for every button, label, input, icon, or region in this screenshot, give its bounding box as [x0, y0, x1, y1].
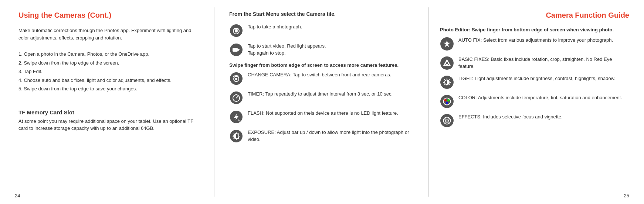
svg-point-46: [444, 99, 447, 101]
page-num-right: 25: [624, 193, 629, 198]
effects-text: EFFECTS: Includes selective focus and vi…: [458, 114, 563, 121]
color-text: COLOR: Adjustments include temperature, …: [458, 94, 622, 101]
svg-text:A: A: [238, 119, 240, 122]
basic-fixes-item: BASIC FIXES: Basic fixes include rotatio…: [440, 56, 629, 70]
light-text: LIGHT: Light adjustments include brightn…: [458, 75, 616, 82]
steps-list: 1. Open a photo in the Camera, Photos, o…: [18, 51, 199, 93]
color-icon: [440, 94, 454, 108]
video-tap-text: Tap to start video. Red light appears.Ta…: [248, 43, 326, 57]
svg-point-44: [440, 95, 454, 108]
color-item: COLOR: Adjustments include temperature, …: [440, 94, 629, 108]
step-3: 3. Tap Edit.: [18, 68, 199, 75]
step-5: 5. Swipe down from the top edge to save …: [18, 85, 199, 93]
camera-icon: [229, 24, 243, 38]
svg-point-47: [447, 99, 450, 101]
left-column: Using the Cameras (Cont.) Make automatic…: [0, 7, 214, 197]
video-tap-item: Tap to start video. Red light appears.Ta…: [229, 43, 417, 57]
change-camera-text: CHANGE CAMERA: Tap to switch between fro…: [248, 72, 391, 79]
left-intro: Make automatic corrections through the P…: [18, 27, 199, 41]
svg-line-41: [449, 84, 450, 85]
photo-editor-label: Photo Editor: Swipe finger from bottom e…: [440, 27, 629, 32]
light-item: LIGHT: Light adjustments include brightn…: [440, 75, 629, 89]
flash-icon: A: [229, 110, 243, 124]
step-2: 2. Swipe down from the top edge of the s…: [18, 59, 199, 67]
basic-fixes-text: BASIC FIXES: Basic fixes include rotatio…: [458, 56, 629, 70]
switch-camera-icon: [229, 72, 243, 86]
right-column: Camera Function Guide Photo Editor: Swip…: [429, 7, 644, 197]
auto-fix-text: AUTO FIX: Select from various adjustment…: [458, 37, 613, 44]
svg-line-42: [449, 80, 450, 80]
auto-fix-item: AUTO FIX: Select from various adjustment…: [440, 37, 629, 51]
tf-card-title: TF Memory Card Slot: [18, 109, 199, 115]
light-icon: [440, 75, 454, 89]
video-icon: [229, 43, 243, 57]
swipe-label: Swipe finger from bottom edge of screen …: [229, 62, 417, 68]
svg-line-43: [444, 84, 445, 85]
camera-tap-item: Tap to take a photograph.: [229, 24, 417, 38]
step-4: 4. Choose auto and basic fixes, light an…: [18, 77, 199, 84]
flash-item: A FLASH: Not supported on theis device a…: [229, 110, 417, 124]
auto-fix-icon: [440, 37, 454, 51]
mid-column: From the Start Menu select the Camera ti…: [214, 7, 429, 197]
change-camera-item: CHANGE CAMERA: Tap to switch between fro…: [229, 72, 417, 86]
svg-line-27: [238, 134, 239, 134]
timer-item: TIMER: Tap repeatedly to adjust timer in…: [229, 91, 417, 105]
exposure-text: EXPOSURE: Adjust bar up / down to allow …: [248, 129, 417, 143]
page-num-left: 24: [15, 193, 20, 198]
svg-rect-6: [233, 48, 238, 52]
effects-icon: [440, 114, 454, 128]
svg-line-25: [234, 134, 234, 134]
camera-tap-text: Tap to take a photograph.: [248, 24, 302, 31]
right-title: Camera Function Guide: [440, 11, 629, 20]
effects-item: EFFECTS: Includes selective focus and vi…: [440, 114, 629, 128]
step-1: 1. Open a photo in the Camera, Photos, o…: [18, 51, 199, 58]
svg-line-26: [238, 138, 239, 139]
exposure-item: EXPOSURE: Adjust bar up / down to allow …: [229, 129, 417, 143]
svg-rect-3: [234, 28, 235, 29]
svg-point-48: [446, 102, 448, 104]
mid-header: From the Start Menu select the Camera ti…: [229, 11, 417, 17]
svg-point-10: [235, 78, 237, 80]
timer-text: TIMER: Tap repeatedly to adjust timer in…: [248, 91, 393, 98]
svg-line-28: [234, 138, 234, 139]
svg-point-4: [235, 30, 238, 32]
flash-text: FLASH: Not supported on theis device as …: [248, 110, 398, 117]
timer-icon: [229, 91, 243, 105]
exposure-icon: [229, 129, 243, 143]
left-title: Using the Cameras (Cont.): [18, 11, 199, 20]
tf-card-body: At some point you may require additional…: [18, 118, 199, 132]
basic-fixes-icon: [440, 56, 454, 70]
svg-line-40: [444, 80, 445, 80]
